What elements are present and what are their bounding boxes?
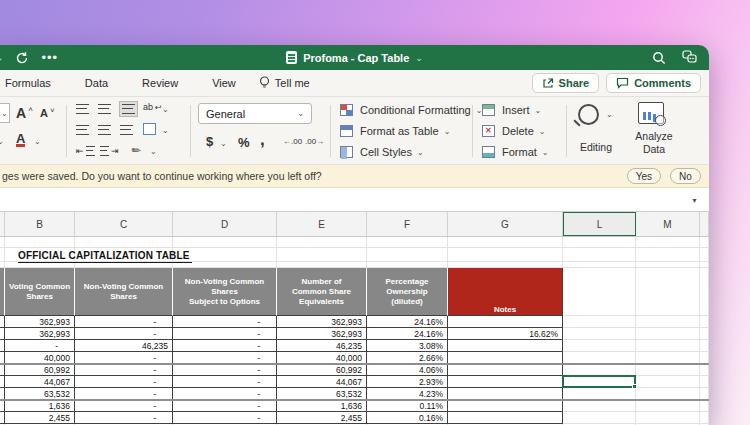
cell-F6[interactable]: 2.93% <box>367 376 448 388</box>
orientation-dropdown[interactable] <box>150 147 157 156</box>
cell-M3[interactable] <box>636 340 700 352</box>
cell[interactable] <box>448 237 563 248</box>
cell-L2[interactable] <box>563 328 636 340</box>
cell-N1[interactable] <box>700 316 709 328</box>
cell[interactable] <box>563 237 636 248</box>
cell-F9[interactable]: 0.16% <box>367 412 448 424</box>
cell-L9[interactable] <box>563 412 636 424</box>
cell-B6[interactable]: 44,067 <box>5 376 75 388</box>
column-header-E[interactable]: E <box>277 212 367 236</box>
cell-N6[interactable] <box>700 376 709 388</box>
cell[interactable] <box>636 248 700 262</box>
insert-button[interactable]: Insert <box>482 104 541 116</box>
cell-B1[interactable]: 362,993 <box>5 316 75 328</box>
column-header-C[interactable]: C <box>75 212 173 236</box>
cell[interactable] <box>173 237 277 248</box>
cell-C2[interactable]: - <box>75 328 173 340</box>
cell-M9[interactable] <box>636 412 700 424</box>
cell-M8[interactable] <box>636 400 700 412</box>
currency-button[interactable]: $ <box>206 134 213 149</box>
align-bottom-button[interactable] <box>120 102 137 116</box>
cell[interactable] <box>700 237 709 248</box>
cell-F8[interactable]: 0.11% <box>367 400 448 412</box>
cell-G2[interactable]: 16.62% <box>448 328 563 340</box>
align-top-button[interactable] <box>76 104 89 114</box>
cell-E2[interactable]: 362,993 <box>277 328 367 340</box>
cell[interactable] <box>277 237 367 248</box>
cell[interactable] <box>636 237 700 248</box>
cell-D6[interactable]: - <box>173 376 277 388</box>
cell-N9[interactable] <box>700 412 709 424</box>
cell-N3[interactable] <box>700 340 709 352</box>
conditional-formatting-button[interactable]: Conditional Formatting <box>340 104 482 116</box>
column-header-D[interactable]: D <box>173 212 277 236</box>
decrease-indent-button[interactable]: ⇤ <box>76 146 95 156</box>
cell-C9[interactable]: - <box>75 412 173 424</box>
no-button[interactable]: No <box>670 168 701 184</box>
increase-decimal-button[interactable]: ←.00 <box>283 137 302 146</box>
cell[interactable] <box>636 268 700 316</box>
cell-B2[interactable]: 362,993 <box>5 328 75 340</box>
cell-F5[interactable]: 4.06% <box>367 364 448 376</box>
font-color-dropdown[interactable] <box>34 137 41 146</box>
cell-M2[interactable] <box>636 328 700 340</box>
cell-B9[interactable]: 2,455 <box>5 412 75 424</box>
cell-D1[interactable]: - <box>173 316 277 328</box>
cell-E3[interactable]: 46,235 <box>277 340 367 352</box>
share-button[interactable]: Share <box>532 73 600 93</box>
cell-D8[interactable]: - <box>173 400 277 412</box>
tab-view[interactable]: View <box>195 77 253 89</box>
cell-D2[interactable]: - <box>173 328 277 340</box>
yes-button[interactable]: Yes <box>627 168 661 184</box>
table-header-B[interactable]: Voting Common Shares <box>5 268 75 316</box>
cell[interactable] <box>5 237 75 248</box>
delete-button[interactable]: Delete <box>482 125 546 137</box>
cell[interactable] <box>700 268 709 316</box>
cell-C8[interactable]: - <box>75 400 173 412</box>
format-button[interactable]: Format <box>482 146 549 158</box>
merge-cells-dropdown[interactable] <box>162 126 169 135</box>
cell-G9[interactable] <box>448 412 563 424</box>
cell-D9[interactable]: - <box>173 412 277 424</box>
cell-E9[interactable]: 2,455 <box>277 412 367 424</box>
cell-C6[interactable]: - <box>75 376 173 388</box>
grow-font-button[interactable]: A˄ <box>16 105 33 121</box>
cell[interactable] <box>75 237 173 248</box>
cell-styles-button[interactable]: Cell Styles <box>340 146 424 158</box>
fill-handle[interactable] <box>632 384 637 389</box>
table-header-F[interactable]: Percentage Ownership (diluted) <box>367 268 448 316</box>
tab-data[interactable]: Data <box>68 77 125 89</box>
column-header-G[interactable]: G <box>448 212 563 236</box>
cell[interactable] <box>563 248 636 262</box>
tab-formulas[interactable]: Formulas <box>0 77 68 89</box>
cell[interactable] <box>367 237 448 248</box>
format-as-table-button[interactable]: Format as Table <box>340 125 450 137</box>
cell-E5[interactable]: 60,992 <box>277 364 367 376</box>
cell-M1[interactable] <box>636 316 700 328</box>
wrap-text-button[interactable]: ab↩ <box>143 102 162 112</box>
column-header-B[interactable]: B <box>5 212 75 236</box>
font-size-dropdown[interactable] <box>0 103 10 123</box>
comments-button[interactable]: Comments <box>606 73 701 93</box>
table-header-notes[interactable]: Notes <box>448 268 563 316</box>
cell-B5[interactable]: 60,992 <box>5 364 75 376</box>
align-middle-button[interactable] <box>98 104 111 114</box>
table-header-D[interactable]: Non-Voting Common Shares Subject to Opti… <box>173 268 277 316</box>
cell-L1[interactable] <box>563 316 636 328</box>
tell-me[interactable]: Tell me <box>259 76 310 90</box>
cell-D3[interactable]: - <box>173 340 277 352</box>
cell-L8[interactable] <box>563 400 636 412</box>
cell[interactable] <box>700 248 709 262</box>
cell-L3[interactable] <box>563 340 636 352</box>
merge-cells-button[interactable] <box>143 123 156 135</box>
tab-review[interactable]: Review <box>125 77 195 89</box>
cell-G5[interactable] <box>448 364 563 376</box>
cell[interactable] <box>277 248 367 262</box>
column-header-N[interactable] <box>700 212 709 236</box>
currency-dropdown[interactable] <box>220 139 227 148</box>
search-icon[interactable] <box>652 51 666 65</box>
cell-G8[interactable] <box>448 400 563 412</box>
column-header-F[interactable]: F <box>367 212 448 236</box>
number-format-dropdown[interactable]: General <box>198 103 312 124</box>
cell-E1[interactable]: 362,993 <box>277 316 367 328</box>
